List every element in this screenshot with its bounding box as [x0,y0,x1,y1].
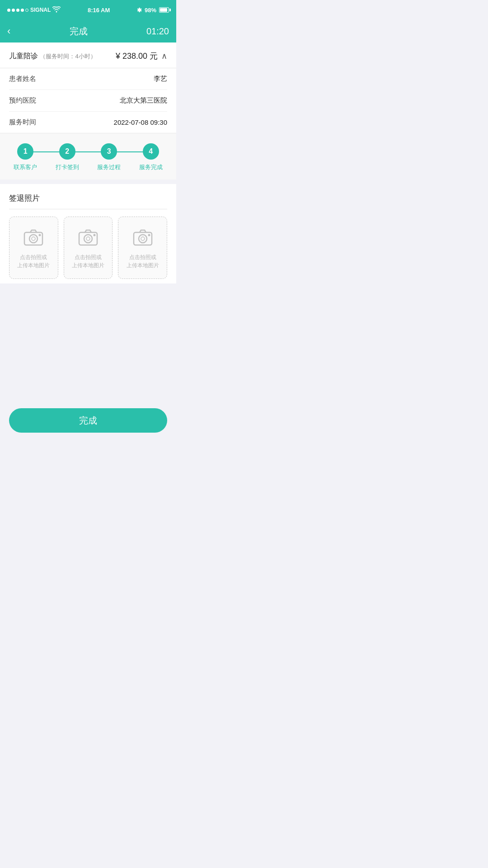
step-3: 3 服务过程 [88,143,130,171]
bluetooth-icon: ✱ [137,7,142,14]
step-circle-1: 1 [17,143,33,160]
photo-hint-2: 点击拍照或上传本地图片 [72,253,104,269]
back-button[interactable]: ‹ [7,25,10,37]
svg-point-2 [39,234,41,236]
battery-icon [159,7,169,13]
step-4: 4 服务完成 [130,143,172,171]
svg-point-5 [84,235,92,243]
service-time-label: 服务时间 [9,118,36,127]
step-circle-3: 3 [101,143,117,160]
photo-hint-3: 点击拍照或上传本地图片 [127,253,159,269]
nav-timer: 01:20 [146,26,169,37]
svg-point-11 [141,237,145,241]
nav-title: 完成 [70,25,88,38]
step-label-4: 服务完成 [139,163,163,171]
svg-point-10 [148,234,150,236]
step-label-1: 联系客户 [14,163,37,171]
detail-row-patient: 患者姓名 李艺 [9,68,167,90]
status-left: SIGNAL [7,6,61,14]
wifi-icon [52,6,61,14]
photo-hint-1: 点击拍照或上传本地图片 [17,253,50,269]
camera-icon-3 [132,228,153,248]
step-circle-2: 2 [59,143,75,160]
detail-row-hospital: 预约医院 北京大第三医院 [9,90,167,112]
battery-percent: 98% [145,7,156,14]
detail-section: 患者姓名 李艺 预约医院 北京大第三医院 服务时间 2022-07-08 09:… [0,68,176,133]
service-header-section: 儿童陪诊 （服务时间：4小时） ¥ 238.00 元 ∧ 患者姓名 李艺 预约医… [0,42,176,179]
photo-title: 签退照片 [9,193,167,203]
photo-grid: 点击拍照或上传本地图片 点击拍照或上传本地图片 [9,217,167,279]
service-price-area: ¥ 238.00 元 ∧ [116,51,167,61]
status-bar: SIGNAL 8:16 AM ✱ 98% [0,0,176,20]
patient-value: 李艺 [154,75,167,83]
complete-button[interactable]: 完成 [9,408,167,433]
svg-point-7 [86,237,90,241]
hospital-value: 北京大第三医院 [120,96,167,105]
photo-divider [9,209,167,209]
svg-point-9 [139,235,147,243]
service-name-area: 儿童陪诊 （服务时间：4小时） [9,52,96,61]
status-right: ✱ 98% [137,7,169,14]
service-name: 儿童陪诊 [9,52,38,60]
step-circle-4: 4 [143,143,159,160]
chevron-up-icon[interactable]: ∧ [161,51,167,61]
photo-upload-3[interactable]: 点击拍照或上传本地图片 [118,217,167,279]
photo-upload-2[interactable]: 点击拍照或上传本地图片 [64,217,113,279]
svg-point-3 [32,237,35,241]
signal-dots [7,9,28,12]
svg-point-6 [94,234,96,236]
detail-row-time: 服务时间 2022-07-08 09:30 [9,112,167,133]
signal-label: SIGNAL [30,7,51,13]
photo-section: 签退照片 点击拍照或上传本地图片 [0,184,176,283]
patient-label: 患者姓名 [9,75,36,83]
hospital-label: 预约医院 [9,96,36,105]
stepper-section: 1 联系客户 2 打卡签到 3 服务过程 4 服务完成 [0,133,176,179]
stepper: 1 联系客户 2 打卡签到 3 服务过程 4 服务完成 [5,143,172,171]
bottom-bar: 完成 [0,401,176,446]
service-time-value: 2022-07-08 09:30 [114,118,167,126]
service-price: ¥ 238.00 元 [116,51,158,61]
service-header: 儿童陪诊 （服务时间：4小时） ¥ 238.00 元 ∧ [0,42,176,68]
step-label-3: 服务过程 [97,163,121,171]
nav-bar: ‹ 完成 01:20 [0,20,176,42]
photo-upload-1[interactable]: 点击拍照或上传本地图片 [9,217,58,279]
service-note: （服务时间：4小时） [40,53,96,60]
camera-icon-1 [23,228,44,248]
step-label-2: 打卡签到 [56,163,79,171]
svg-point-1 [29,235,38,243]
camera-icon-2 [78,228,99,248]
spacer [0,283,176,401]
status-time: 8:16 AM [88,7,110,14]
step-2: 2 打卡签到 [47,143,89,171]
step-1: 1 联系客户 [5,143,47,171]
